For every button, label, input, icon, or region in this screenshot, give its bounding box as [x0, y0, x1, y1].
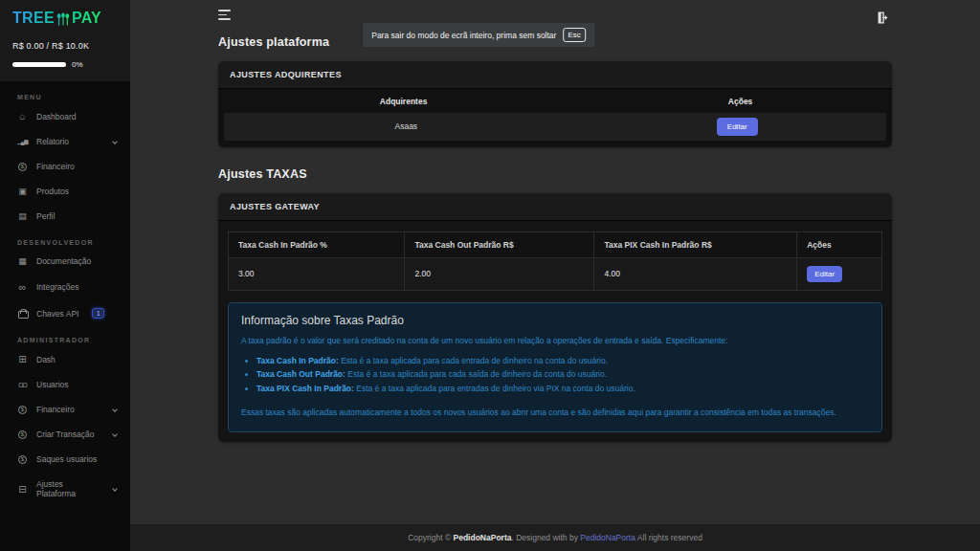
- logo-text-tree: TREE: [12, 10, 55, 27]
- footer-rights-text: All rights reserved: [635, 533, 702, 542]
- sidebar-item-financeiro-admin[interactable]: Financeiro: [0, 397, 130, 422]
- integrations-icon: [17, 281, 28, 293]
- acquirers-table-header: Adquirentes Ações: [218, 89, 892, 113]
- list-item: Taxa PIX Cash In Padrão: Esta é a taxa a…: [256, 384, 869, 395]
- table-row: 3.00 2.00 4.00 Editar: [229, 257, 882, 290]
- gateway-card: AJUSTES GATEWAY Taxa Cash In Padrão % Ta…: [218, 193, 892, 442]
- nav-section-menu: MENU: [0, 83, 130, 103]
- content: Ajustes plataforma AJUSTES ADQUIRENTES A…: [130, 0, 980, 524]
- sidebar-item-integracoes[interactable]: Integrações: [0, 274, 130, 300]
- sidebar-item-label: Relatorio: [36, 137, 69, 146]
- info-outro: Essas taxas são aplicadas automaticament…: [241, 407, 869, 419]
- fee-cash-out-value: 2.00: [405, 257, 594, 290]
- column-header-pix-cash-in: Taxa PIX Cash In Padrão R$: [594, 231, 797, 257]
- treepay-logo[interactable]: TREE PAY: [12, 10, 118, 27]
- column-header-adquirentes: Adquirentes: [218, 97, 589, 106]
- sidebar-item-relatorio[interactable]: Relatorio: [0, 129, 130, 154]
- bullet-desc: Esta é a taxa aplicada para cada entrada…: [339, 356, 608, 365]
- acquirers-card-header: AJUSTES ADQUIRENTES: [218, 61, 892, 89]
- sidebar-item-documentacao[interactable]: Documentação: [0, 249, 130, 274]
- sidebar-item-dash[interactable]: Dash: [0, 346, 130, 372]
- home-icon: [17, 111, 28, 121]
- sidebar-item-label: Perfil: [36, 211, 55, 221]
- sidebar-item-label: Usuarios: [36, 380, 69, 389]
- sidebar: TREE PAY R$ 0.00 / R$ 10.0K 0%: [0, 0, 130, 551]
- sidebar-item-perfil[interactable]: Perfil: [0, 204, 130, 229]
- chevron-down-icon: [112, 486, 118, 492]
- api-keys-count-badge: 1: [92, 308, 104, 319]
- balance-progress: 0%: [12, 60, 118, 69]
- toast-text: Para sair do modo de ecrã inteiro, prima…: [371, 31, 556, 40]
- logout-icon[interactable]: [877, 11, 888, 28]
- column-header-acoes: Ações: [797, 231, 882, 257]
- edit-fees-button[interactable]: Editar: [807, 266, 842, 282]
- briefcase-icon: [17, 484, 28, 495]
- page-title-taxes: Ajustes TAXAS: [218, 167, 892, 181]
- chevron-down-icon: [112, 431, 118, 437]
- footer-copyright-text: Copyright ©: [408, 533, 453, 542]
- chevron-down-icon: [112, 139, 118, 144]
- fee-pix-cash-in-value: 4.00: [594, 257, 797, 290]
- column-header-cash-in: Taxa Cash In Padrão %: [229, 231, 405, 257]
- info-bullet-list: Taxa Cash In Padrão: Esta é a taxa aplic…: [256, 356, 869, 396]
- hamburger-menu-icon[interactable]: [218, 10, 231, 20]
- id-card-icon: [17, 211, 28, 221]
- column-header-cash-out: Taxa Cash Out Padrão R$: [405, 231, 594, 257]
- sidebar-item-ajustes-plataforma[interactable]: Ajustes Plataforma: [0, 472, 130, 506]
- footer: Copyright © PedidoNaPorta. Designed with…: [130, 524, 980, 551]
- dollar-circle-icon: [18, 163, 27, 171]
- dollar-circle-icon: [18, 406, 27, 414]
- list-item: Taxa Cash Out Padrão: Esta é a taxa apli…: [256, 369, 869, 381]
- sidebar-item-saques-usuarios[interactable]: Saques usuarios: [0, 447, 130, 472]
- box-icon: [17, 187, 28, 196]
- fees-info-box: Informação sobre Taxas Padrão A taxa pad…: [228, 302, 882, 432]
- sidebar-header: TREE PAY R$ 0.00 / R$ 10.0K 0%: [0, 0, 130, 81]
- bullet-desc: Esta é a taxa aplicada para entradas de …: [354, 384, 635, 393]
- logo-text-pay: PAY: [72, 10, 101, 27]
- progress-percent-label: 0%: [72, 60, 83, 69]
- info-intro: A taxa padrão é o valor que será credita…: [241, 335, 869, 347]
- sidebar-item-label: Produtos: [36, 187, 69, 196]
- bullet-desc: Esta é a taxa aplicada para cada saída d…: [345, 369, 607, 379]
- sidebar-item-financeiro[interactable]: Financeiro: [0, 154, 130, 179]
- lock-icon: [18, 309, 27, 319]
- table-row: Asaas Editar: [224, 113, 886, 141]
- esc-key: Esc: [563, 28, 585, 42]
- sidebar-item-label: Integrações: [36, 282, 78, 292]
- gateway-card-header: AJUSTES GATEWAY: [218, 193, 892, 221]
- footer-brand-link[interactable]: PedidoNaPorta: [580, 533, 635, 542]
- edit-acquirer-button[interactable]: Editar: [717, 118, 758, 136]
- sidebar-item-criar-transacao[interactable]: Criar Transação: [0, 422, 130, 447]
- dollar-circle-icon: [18, 430, 27, 439]
- document-icon: [17, 256, 28, 266]
- list-item: Taxa Cash In Padrão: Esta é a taxa aplic…: [256, 356, 869, 367]
- acquirer-name: Asaas: [224, 121, 589, 131]
- sidebar-item-label: Documentação: [36, 256, 91, 266]
- acquirers-card: AJUSTES ADQUIRENTES Adquirentes Ações As…: [218, 61, 892, 147]
- chevron-down-icon: [112, 407, 118, 412]
- main-area: Para sair do modo de ecrã inteiro, prima…: [130, 0, 980, 551]
- gateway-fees-table: Taxa Cash In Padrão % Taxa Cash Out Padr…: [228, 231, 882, 291]
- fullscreen-exit-toast: Para sair do modo de ecrã inteiro, prima…: [363, 23, 594, 47]
- sidebar-item-label: Chaves API: [36, 309, 78, 319]
- footer-designed-text: . Designed with by: [511, 533, 580, 542]
- info-title: Informação sobre Taxas Padrão: [241, 314, 869, 327]
- footer-brand: PedidoNaPorta: [454, 533, 512, 542]
- leaves-icon: [55, 11, 72, 26]
- grid-icon: [17, 354, 28, 364]
- sidebar-item-label: Saques usuarios: [36, 454, 97, 464]
- sidebar-item-label: Dash: [36, 355, 56, 364]
- sidebar-item-usuarios[interactable]: Usuarios: [0, 372, 130, 397]
- balance-label: R$ 0.00 / R$ 10.0K: [12, 41, 118, 51]
- sidebar-item-chaves-api[interactable]: Chaves API 1: [0, 300, 130, 326]
- nav-section-administrador: ADMINISTRADOR: [0, 326, 130, 346]
- sidebar-item-produtos[interactable]: Produtos: [0, 179, 130, 204]
- sidebar-item-label: Criar Transação: [36, 430, 94, 439]
- fee-cash-in-value: 3.00: [229, 257, 405, 290]
- progress-bar: [12, 62, 66, 67]
- bullet-term: Taxa PIX Cash In Padrão:: [256, 384, 354, 393]
- nav-section-desenvolvedor: DESENVOLVEDOR: [0, 229, 130, 249]
- sidebar-item-dashboard[interactable]: Dashboard: [0, 103, 130, 129]
- bullet-term: Taxa Cash Out Padrão:: [256, 369, 345, 379]
- column-header-acoes: Ações: [589, 97, 892, 106]
